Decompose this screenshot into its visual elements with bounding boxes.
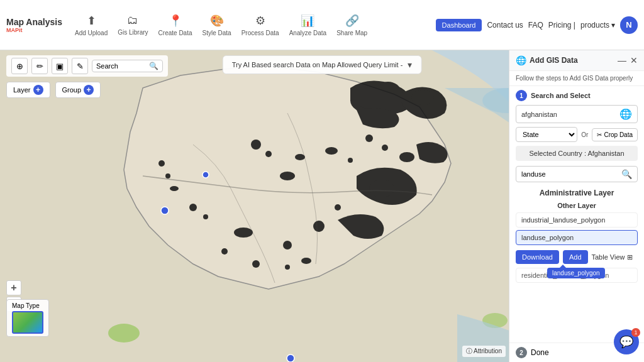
selected-country-display: Selected Country : Afghanistan: [516, 146, 638, 161]
svg-point-10: [234, 228, 253, 238]
svg-point-14: [369, 180, 394, 197]
gis-library-icon: 🗂: [127, 14, 138, 27]
table-icon: ⊞: [627, 253, 633, 261]
analyze-data-label: Analyze Data: [289, 30, 326, 36]
svg-point-13: [335, 204, 341, 211]
ai-banner-text: Try AI Based search Data on Map Allowed …: [232, 61, 403, 69]
products-dropdown[interactable]: products ▾: [580, 21, 615, 30]
top-navigation: Map Analysis MAPit ⬆ Add Upload 🗂 Gis Li…: [0, 0, 644, 50]
layer-item-landuse[interactable]: landuse_polygon: [516, 230, 638, 245]
svg-point-27: [170, 186, 179, 191]
layer-search-wrap[interactable]: 🔍: [516, 166, 638, 182]
toolbar-item-style-data[interactable]: 🎨 Style Data: [203, 14, 231, 36]
zoom-in-button[interactable]: +: [6, 280, 21, 295]
toolbar-item-share-map[interactable]: 🔗 Share Map: [336, 14, 367, 36]
country-search-wrap[interactable]: 🌐: [516, 105, 638, 123]
panel-subtitle: Follow the steps to Add GIS Data properl…: [509, 71, 644, 86]
add-gis-data-panel: 🌐 Add GIS Data — ✕ Follow the steps to A…: [509, 50, 644, 362]
state-row: State Or ✂ Crop Data: [516, 127, 638, 142]
map-search-box[interactable]: 🔍: [92, 60, 163, 72]
svg-point-29: [203, 172, 209, 178]
svg-point-15: [295, 154, 305, 160]
style-data-icon: 🎨: [210, 14, 224, 28]
layer-item-industrial-label: industrial_landuse_polygon: [521, 216, 605, 224]
group-button[interactable]: Group +: [55, 82, 101, 98]
svg-point-26: [165, 173, 170, 178]
layer-search-icon[interactable]: 🔍: [621, 169, 632, 179]
chat-badge: 1: [631, 328, 640, 337]
panel-close-btn[interactable]: ✕: [630, 55, 638, 65]
layer-item-industrial[interactable]: industrial_landuse_polygon: [516, 212, 638, 228]
ai-search-banner: Try AI Based search Data on Map Allowed …: [223, 55, 422, 74]
toolbar-item-gis-library[interactable]: 🗂 Gis Library: [118, 14, 148, 36]
svg-point-28: [161, 207, 169, 214]
user-avatar[interactable]: N: [620, 16, 638, 34]
create-data-label: Create Data: [158, 30, 192, 36]
other-layer-heading: Other Layer: [509, 200, 644, 211]
ai-banner-collapse-btn[interactable]: ▾: [408, 60, 412, 70]
svg-point-8: [189, 204, 197, 211]
contact-link[interactable]: Contact us: [487, 21, 523, 30]
map-tool-4[interactable]: ✎: [72, 58, 88, 74]
svg-point-23: [301, 258, 311, 264]
svg-point-30: [287, 354, 294, 362]
toolbar-item-add-upload[interactable]: ⬆ Add Upload: [75, 14, 108, 36]
toolbar-item-process-data[interactable]: ⚙ Process Data: [242, 14, 279, 36]
share-map-label: Share Map: [336, 30, 367, 36]
chat-button[interactable]: 💬 1: [614, 329, 639, 354]
map-type-selector[interactable]: Map Type: [6, 299, 49, 337]
pricing-link[interactable]: Pricing |: [548, 21, 575, 30]
svg-point-11: [283, 241, 292, 250]
toolbar-item-create-data[interactable]: 📍 Create Data: [158, 14, 192, 36]
svg-point-31: [108, 324, 140, 343]
map-tool-1[interactable]: ⊕: [11, 58, 28, 74]
svg-point-21: [252, 260, 260, 268]
map-secondary-toolbar: ⊕ ✏ ▣ ✎ 🔍: [6, 55, 168, 77]
add-upload-icon: ⬆: [87, 14, 96, 28]
layer-label: Layer: [13, 86, 31, 94]
layer-search-input[interactable]: [521, 170, 619, 178]
svg-point-19: [365, 134, 373, 142]
svg-point-7: [280, 172, 295, 180]
layer-button[interactable]: Layer +: [6, 82, 50, 98]
step2-label: Done: [531, 348, 549, 357]
crop-data-button[interactable]: ✂ Crop Data: [592, 128, 638, 141]
products-label: products: [580, 21, 609, 30]
state-select[interactable]: State: [516, 127, 577, 142]
admin-layer-heading: Administrative Layer: [509, 186, 644, 200]
map-type-thumbnail[interactable]: [12, 311, 43, 334]
process-data-label: Process Data: [242, 30, 279, 36]
table-view-label: Table View: [592, 253, 625, 261]
layer-controls: Layer + Group +: [6, 82, 101, 98]
map-tool-3[interactable]: ▣: [52, 58, 68, 74]
crop-data-label: Crop Data: [604, 131, 633, 138]
globe-icon: 🌐: [516, 55, 526, 65]
gis-library-label: Gis Library: [118, 29, 148, 36]
chevron-down-icon: ▾: [611, 21, 615, 30]
panel-title-area: 🌐 Add GIS Data: [516, 55, 578, 65]
app-logo-sub: MAPit: [6, 27, 62, 33]
download-button[interactable]: Download: [516, 250, 559, 264]
group-plus-icon[interactable]: +: [84, 85, 94, 95]
step2-number: 2: [516, 347, 527, 358]
add-button[interactable]: Add: [563, 250, 588, 264]
dashboard-link[interactable]: Dashboard: [436, 19, 482, 31]
right-navigation: Dashboard Contact us FAQ Pricing | produ…: [436, 16, 638, 34]
panel-minimize-btn[interactable]: —: [618, 55, 626, 65]
step1-number: 1: [516, 90, 527, 101]
group-label: Group: [62, 86, 82, 94]
table-view-button[interactable]: Table View ⊞: [592, 253, 633, 261]
layer-plus-icon[interactable]: +: [33, 85, 43, 95]
country-globe-icon[interactable]: 🌐: [619, 108, 632, 120]
faq-link[interactable]: FAQ: [528, 21, 543, 30]
map-search-input[interactable]: [96, 62, 147, 70]
svg-point-4: [411, 90, 434, 105]
panel-actions: — ✕: [618, 55, 638, 65]
svg-point-5: [251, 140, 261, 150]
map-tool-2[interactable]: ✏: [31, 58, 48, 74]
country-search-input[interactable]: [521, 111, 617, 118]
toolbar-item-analyze-data[interactable]: 📊 Analyze Data: [289, 14, 326, 36]
map-container: ⊕ ✏ ▣ ✎ 🔍 Layer + Group + Try AI Based s…: [0, 50, 644, 362]
map-type-label: Map Type: [12, 302, 43, 309]
action-row: Download Add Table View ⊞ landuse_polygo…: [516, 250, 638, 264]
